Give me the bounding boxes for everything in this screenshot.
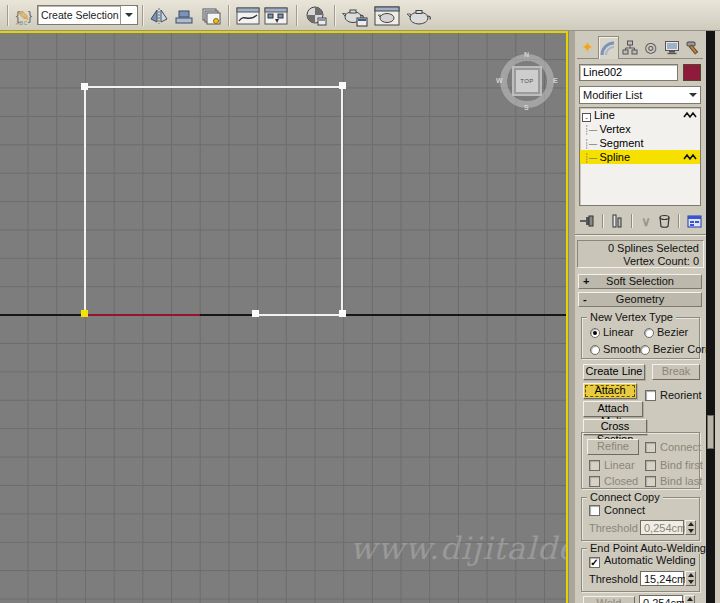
- tab-create[interactable]: ✦: [577, 36, 598, 59]
- selection-set-dropdown[interactable]: Create Selection Se: [37, 5, 138, 25]
- make-unique-icon[interactable]: ∨: [637, 212, 655, 230]
- panel-edge: [715, 31, 720, 603]
- weld-threshold-spinner[interactable]: [684, 595, 695, 603]
- vertex-selected[interactable]: [81, 310, 88, 317]
- viewcube[interactable]: N S W E TOP: [498, 52, 556, 110]
- show-in-viewport-icon[interactable]: [683, 111, 697, 119]
- group-refine: Refine Connect Linear Bind first Closed …: [581, 432, 700, 489]
- material-editor-icon[interactable]: [302, 3, 330, 28]
- spin-up-icon[interactable]: [687, 597, 693, 601]
- reorient-checkbox[interactable]: Reorient: [645, 389, 702, 401]
- command-panel: ✦ ◎: [575, 31, 706, 603]
- modifier-stack-toolbar: ∨: [577, 211, 704, 231]
- panel-scrollbar[interactable]: [706, 31, 715, 603]
- connect-checkbox[interactable]: Connect: [645, 441, 701, 453]
- curve-editor-icon[interactable]: [234, 3, 262, 28]
- stack-row-segment[interactable]: ┊---- Segment: [580, 136, 700, 150]
- vertex-bottom-right[interactable]: [339, 310, 346, 317]
- radio-smooth[interactable]: Smooth: [590, 343, 641, 355]
- viewcube-top-face[interactable]: TOP: [514, 68, 540, 94]
- break-button[interactable]: Break: [652, 364, 700, 380]
- weld-threshold-input[interactable]: 0,254cm: [639, 595, 683, 603]
- radio-bezier[interactable]: Bezier: [644, 326, 688, 338]
- render-setup-icon[interactable]: [340, 3, 370, 28]
- auto-weld-threshold-input[interactable]: 15,24cm: [640, 571, 684, 586]
- watermark-text: www.dijitalde: [350, 530, 568, 566]
- tab-motion[interactable]: ◎: [640, 36, 661, 59]
- attach-button[interactable]: Attach: [583, 383, 637, 399]
- spline-segment-bottom[interactable]: [256, 314, 343, 316]
- panel-gap: [568, 31, 575, 603]
- viewcube-west[interactable]: W: [496, 77, 503, 84]
- auto-weld-threshold-spinner[interactable]: [685, 571, 696, 586]
- closed-checkbox[interactable]: Closed: [589, 475, 638, 487]
- mirror-icon[interactable]: [147, 3, 171, 28]
- connect-copy-checkbox[interactable]: Connect: [589, 504, 645, 516]
- connect-copy-threshold-spinner[interactable]: [685, 520, 696, 535]
- automatic-welding-checkbox[interactable]: ✓Automatic Welding: [589, 554, 696, 568]
- stack-row-vertex[interactable]: ┊---- Vertex: [580, 122, 700, 136]
- spline-segment-red[interactable]: [85, 314, 200, 316]
- tab-display[interactable]: [661, 36, 682, 59]
- show-in-viewport-icon[interactable]: [683, 153, 697, 161]
- viewcube-north[interactable]: N: [524, 51, 529, 58]
- remove-modifier-icon[interactable]: [655, 212, 673, 230]
- command-panel-tabs: ✦ ◎: [577, 36, 704, 59]
- tab-utilities[interactable]: [682, 36, 703, 59]
- rollout-geometry[interactable]: - Geometry: [578, 292, 702, 307]
- panel-scrollbar-thumb[interactable]: [707, 415, 714, 449]
- linear-checkbox[interactable]: Linear: [589, 459, 635, 471]
- display-icon: [664, 40, 680, 55]
- spin-up-icon[interactable]: [688, 522, 694, 526]
- selection-set-dropdown-arrow[interactable]: [120, 6, 136, 24]
- group-new-vertex-type: New Vertex Type Linear Bezier Smooth Bez…: [581, 317, 700, 359]
- rendered-frame-window-icon[interactable]: [372, 3, 402, 28]
- viewcube-south[interactable]: S: [524, 104, 529, 111]
- toolbar-separator: [7, 5, 9, 26]
- connect-copy-threshold-input[interactable]: 0,254cm: [640, 520, 684, 535]
- tab-modify[interactable]: [598, 36, 619, 59]
- viewport-top[interactable]: N S W E TOP www.dijitalde: [0, 31, 568, 603]
- bind-first-checkbox[interactable]: Bind first: [645, 459, 703, 471]
- viewcube-east[interactable]: E: [553, 77, 558, 84]
- align-icon[interactable]: [172, 3, 196, 28]
- layer-manager-icon[interactable]: [198, 3, 224, 28]
- modify-icon: [600, 40, 617, 57]
- vertex-bottom-mid[interactable]: [252, 310, 259, 317]
- object-color-swatch[interactable]: [683, 64, 701, 81]
- spin-down-icon[interactable]: [688, 529, 694, 533]
- spline-segment-right[interactable]: [341, 86, 343, 316]
- create-line-button[interactable]: Create Line: [583, 364, 645, 380]
- tab-hierarchy[interactable]: [619, 36, 640, 59]
- render-production-icon[interactable]: [404, 3, 434, 28]
- spline-segment-left[interactable]: [84, 86, 86, 316]
- vertex-top-right[interactable]: [339, 82, 346, 89]
- bind-last-checkbox[interactable]: Bind last: [645, 475, 702, 487]
- toolbar-separator: [228, 5, 230, 26]
- utilities-icon: [685, 40, 701, 55]
- collapse-icon[interactable]: -: [582, 113, 591, 122]
- panel-divider: [575, 234, 706, 236]
- modifier-list-dropdown[interactable]: Modifier List: [579, 86, 701, 104]
- modifier-list-arrow[interactable]: [685, 87, 700, 103]
- named-selection-sets-abc: ABC: [16, 20, 28, 26]
- stack-row-spline[interactable]: ┊---- Spline: [580, 150, 700, 164]
- splines-selected-count: 0 Splines Selected: [578, 242, 699, 255]
- schematic-view-icon[interactable]: [262, 3, 290, 28]
- refine-button[interactable]: Refine: [587, 439, 639, 455]
- pin-stack-icon[interactable]: [577, 212, 597, 230]
- configure-modifier-sets-icon[interactable]: [684, 212, 704, 230]
- toolbar-separator: [296, 5, 298, 26]
- spline-segment-top[interactable]: [85, 86, 343, 88]
- stack-row-line[interactable]: -Line: [580, 108, 700, 122]
- toolbar-separator: [334, 5, 336, 26]
- rollout-soft-selection[interactable]: + Soft Selection: [578, 274, 702, 289]
- vertex-top-left[interactable]: [81, 83, 88, 90]
- object-name-input[interactable]: Line002: [579, 64, 678, 81]
- weld-button[interactable]: Weld: [583, 596, 635, 603]
- radio-linear[interactable]: Linear: [590, 326, 634, 338]
- show-end-result-icon[interactable]: [608, 212, 626, 230]
- attach-mult-button[interactable]: Attach Mult.: [583, 401, 643, 417]
- spin-down-icon[interactable]: [688, 580, 694, 584]
- spin-up-icon[interactable]: [688, 573, 694, 577]
